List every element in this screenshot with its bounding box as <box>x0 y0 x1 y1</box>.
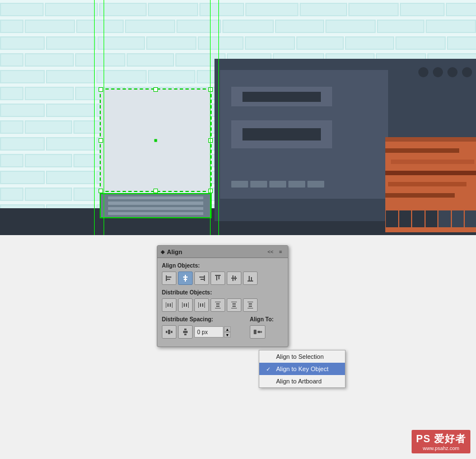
speaker-dots <box>418 67 472 77</box>
handle-top-center[interactable] <box>153 87 158 92</box>
align-panel-body: Align Objects: Distribute Objects: <box>157 258 288 346</box>
guide-line-1 <box>94 0 95 235</box>
svg-rect-2 <box>167 279 170 280</box>
svg-rect-46 <box>183 331 188 333</box>
distribute-bottom-button[interactable] <box>243 298 258 312</box>
distribute-left-button[interactable] <box>162 298 176 312</box>
svg-rect-22 <box>182 302 183 308</box>
wood-panel <box>385 137 476 232</box>
svg-rect-0 <box>166 275 167 281</box>
speaker-dot-1 <box>418 67 428 77</box>
speaker-dot-3 <box>447 67 458 77</box>
align-panel-controls: << ≡ <box>267 248 284 256</box>
dropdown-item-key-object[interactable]: ✓ Align to Key Object <box>259 363 345 375</box>
align-panel-title: ◆ Align <box>161 249 183 255</box>
handle-top-right[interactable] <box>208 87 213 92</box>
spacing-input[interactable] <box>194 326 223 338</box>
align-to-dropdown-menu: Align to Selection ✓ Align to Key Object… <box>259 350 346 388</box>
band-line-2 <box>108 202 203 204</box>
distribute-right-button[interactable] <box>194 298 209 312</box>
svg-rect-10 <box>216 276 217 280</box>
band-line-3 <box>108 207 203 210</box>
align-panel-header: ◆ Align << ≡ <box>157 246 288 258</box>
align-left-button[interactable] <box>162 271 176 285</box>
handle-bottom-center[interactable] <box>153 189 158 193</box>
spacing-spinner[interactable]: ▲ ▼ <box>224 326 231 338</box>
guide-line-2 <box>104 0 104 235</box>
distribute-objects-label: Distribute Objects: <box>162 289 283 296</box>
distribute-top-button[interactable] <box>211 298 225 312</box>
handle-middle-right[interactable] <box>208 138 213 143</box>
align-bottom-button[interactable] <box>243 271 258 285</box>
dropdown-label-selection: Align to Selection <box>276 353 324 360</box>
svg-rect-15 <box>248 280 253 282</box>
svg-rect-30 <box>215 302 221 302</box>
align-center-h-button[interactable] <box>178 271 193 285</box>
svg-rect-37 <box>232 306 236 307</box>
selected-object[interactable] <box>100 88 212 192</box>
guide-line-4 <box>218 0 219 235</box>
speaker-dot-4 <box>462 67 472 77</box>
svg-rect-16 <box>249 276 250 280</box>
distribute-center-v-button[interactable] <box>227 298 241 312</box>
handle-bottom-right[interactable] <box>208 189 213 193</box>
handle-middle-left[interactable] <box>99 138 103 143</box>
svg-rect-6 <box>204 275 205 281</box>
panel-collapse-button[interactable]: << <box>267 248 274 256</box>
bottom-band-object[interactable] <box>100 193 212 218</box>
distribute-center-h-button[interactable] <box>178 298 193 312</box>
tape-slot-2-inner <box>242 128 321 140</box>
svg-rect-24 <box>184 303 185 307</box>
watermark: PS 爱好者 www.psahz.com <box>412 430 470 453</box>
svg-rect-19 <box>172 302 172 308</box>
align-to-dropdown-button[interactable] <box>250 325 265 339</box>
dropdown-item-selection[interactable]: Align to Selection <box>259 350 345 363</box>
align-diamond-icon: ◆ <box>161 249 165 255</box>
spin-up-button[interactable]: ▲ <box>224 326 231 332</box>
dropdown-item-artboard[interactable]: Align to Artboard <box>259 375 345 387</box>
watermark-box: PS 爱好者 www.psahz.com <box>412 430 470 453</box>
distribute-objects-row <box>162 298 283 312</box>
svg-rect-7 <box>199 277 204 278</box>
svg-rect-48 <box>254 330 256 334</box>
center-dot <box>155 139 157 142</box>
svg-rect-40 <box>249 303 252 305</box>
align-center-v-button[interactable] <box>227 271 241 285</box>
align-right-button[interactable] <box>194 271 209 285</box>
svg-rect-49 <box>258 331 260 333</box>
svg-rect-11 <box>218 276 220 279</box>
svg-rect-28 <box>200 303 201 307</box>
boombox-right-panel <box>388 59 476 221</box>
tape-slot-2 <box>231 120 332 148</box>
svg-rect-29 <box>202 303 203 307</box>
svg-rect-45 <box>184 329 186 330</box>
dropdown-label-artboard: Align to Artboard <box>276 378 321 385</box>
handle-top-left[interactable] <box>99 87 103 92</box>
svg-rect-43 <box>168 330 170 334</box>
svg-rect-8 <box>200 279 204 280</box>
handle-bottom-left[interactable] <box>99 189 103 193</box>
svg-rect-26 <box>198 302 199 308</box>
align-top-button[interactable] <box>211 271 225 285</box>
svg-rect-1 <box>167 277 171 278</box>
distribute-h-spacing-button[interactable] <box>162 325 176 339</box>
svg-rect-3 <box>185 275 186 282</box>
svg-rect-38 <box>248 302 253 302</box>
distribute-spacing-label: Distribute Spacing: <box>162 316 248 322</box>
band-line-4 <box>108 212 203 215</box>
tape-slot-1-inner <box>242 92 321 102</box>
align-objects-row <box>162 271 283 285</box>
svg-rect-9 <box>215 275 221 276</box>
panel-menu-button[interactable]: ≡ <box>277 248 284 256</box>
svg-rect-20 <box>167 303 169 307</box>
svg-rect-35 <box>231 308 237 308</box>
align-title-text: Align <box>167 249 183 255</box>
distribute-v-spacing-button[interactable] <box>178 325 193 339</box>
svg-rect-27 <box>204 302 205 308</box>
spin-down-button[interactable]: ▼ <box>224 332 231 338</box>
svg-rect-13 <box>232 275 234 281</box>
watermark-ps-text: PS 爱好者 <box>416 432 466 446</box>
canvas-area <box>0 0 476 235</box>
align-to-label: Align To: <box>250 316 283 322</box>
svg-rect-14 <box>235 276 236 280</box>
